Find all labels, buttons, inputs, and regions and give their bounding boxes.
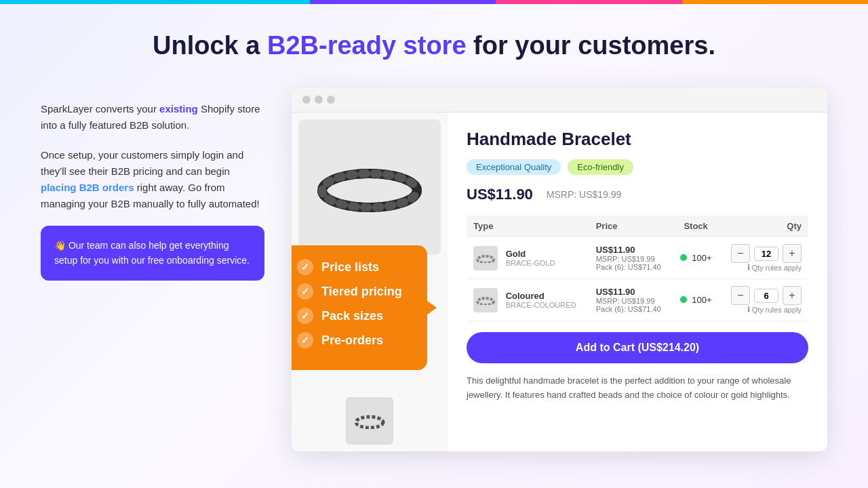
variant-qty-coloured: − + ℹQty rules apply — [719, 279, 808, 321]
col-stock: Stock — [672, 216, 719, 237]
qty-rules-gold: ℹQty rules apply — [726, 263, 802, 272]
features-tooltip: ✓ Price lists ✓ Tiered pricing ✓ Pack si… — [292, 245, 427, 370]
variant-type-gold: Gold BRACE-GOLD — [467, 237, 589, 279]
qty-input-coloured[interactable] — [754, 289, 778, 303]
variant-price-coloured: US$11.90 MSRP: US$19.99 Pack (6): US$71.… — [589, 279, 672, 321]
qty-rules-coloured: ℹQty rules apply — [726, 305, 802, 314]
price-row: US$11.90 MSRP: US$19.99 — [467, 186, 808, 203]
price-value-coloured: US$11.90 — [596, 287, 665, 297]
product-price: US$11.90 — [467, 186, 533, 203]
tooltip-label-4: Pre-orders — [321, 333, 383, 348]
variant-sku-coloured: BRACE-COLOURED — [506, 301, 576, 309]
product-main-image — [298, 119, 441, 255]
browser-body: ✓ Price lists ✓ Tiered pricing ✓ Pack si… — [292, 113, 827, 451]
price-msrp-gold: MSRP: US$19.99 — [596, 255, 665, 263]
gold-bracelet-icon — [476, 253, 495, 263]
qty-plus-gold[interactable]: + — [783, 244, 802, 263]
stock-label-gold: 100+ — [692, 253, 711, 263]
variant-sku-gold: BRACE-GOLD — [506, 259, 555, 267]
tooltip-label-2: Tiered pricing — [321, 285, 402, 299]
thumb-bracelet-svg — [353, 413, 387, 429]
col-qty: Qty — [719, 216, 808, 237]
left-column: SparkLayer converts your existing Shopif… — [41, 87, 264, 281]
qty-plus-coloured[interactable]: + — [783, 286, 802, 305]
intro-paragraph-2: Once setup, your customers simply login … — [41, 147, 264, 212]
price-pack-coloured: Pack (6): US$71.40 — [596, 305, 665, 313]
col-type: Type — [467, 216, 589, 237]
variants-table: Type Price Stock Qty — [467, 216, 808, 321]
svg-point-3 — [356, 417, 383, 428]
product-msrp: MSRP: US$19.99 — [547, 189, 622, 200]
add-to-cart-button[interactable]: Add to Cart (US$214.20) — [467, 332, 808, 363]
tooltip-item-1: ✓ Price lists — [297, 259, 408, 275]
page-headline: Unlock a B2B-ready store for your custom… — [153, 31, 715, 60]
tooltip-item-2: ✓ Tiered pricing — [297, 283, 408, 300]
col-price: Price — [589, 216, 672, 237]
variant-type-coloured: Coloured BRACE-COLOURED — [467, 279, 589, 321]
check-icon-1: ✓ — [297, 259, 313, 275]
top-color-bar — [0, 0, 868, 4]
top-bar-orange — [682, 0, 868, 4]
intro-paragraph-1: SparkLayer converts your existing Shopif… — [41, 101, 264, 134]
variant-image-gold — [473, 246, 498, 270]
price-pack-gold: Pack (6): US$71.40 — [596, 263, 665, 271]
variant-info-gold: Gold BRACE-GOLD — [506, 249, 555, 267]
qty-control-coloured: − + — [726, 286, 802, 305]
check-icon-3: ✓ — [297, 308, 313, 324]
product-thumbnail[interactable] — [346, 397, 393, 445]
browser-dot-1 — [302, 96, 311, 104]
table-header-row: Type Price Stock Qty — [467, 216, 808, 237]
variant-qty-gold: − + ℹQty rules apply — [719, 237, 808, 279]
variant-info-coloured: Coloured BRACE-COLOURED — [506, 291, 576, 309]
browser-dot-2 — [315, 96, 323, 104]
tooltip-label-1: Price lists — [321, 260, 379, 274]
svg-point-5 — [477, 298, 494, 305]
variant-name-gold: Gold — [506, 249, 555, 259]
check-icon-2: ✓ — [297, 283, 313, 300]
qty-minus-gold[interactable]: − — [731, 244, 750, 263]
qty-control-gold: − + — [726, 244, 802, 263]
headline-highlight: B2B-ready store — [267, 31, 467, 60]
stock-dot-coloured — [680, 296, 687, 303]
product-image-area: ✓ Price lists ✓ Tiered pricing ✓ Pack si… — [292, 113, 448, 451]
product-tags: Exceptional Quality Eco-friendly — [467, 159, 808, 175]
variant-name-coloured: Coloured — [506, 291, 576, 301]
promo-box: 👋 Our team can also help get everything … — [41, 226, 264, 281]
tag-eco-friendly: Eco-friendly — [568, 159, 633, 175]
variant-image-coloured — [473, 288, 498, 312]
browser-chrome — [292, 87, 827, 113]
top-bar-purple — [310, 0, 496, 4]
variant-price-gold: US$11.90 MSRP: US$19.99 Pack (6): US$71.… — [589, 237, 672, 279]
tooltip-item-4: ✓ Pre-orders — [297, 332, 408, 348]
stock-label-coloured: 100+ — [692, 295, 711, 305]
headline-suffix: for your customers. — [467, 31, 715, 60]
variant-stock-coloured: 100+ — [672, 279, 719, 321]
headline-prefix: Unlock a — [153, 31, 267, 60]
browser-window: ✓ Price lists ✓ Tiered pricing ✓ Pack si… — [292, 87, 827, 451]
price-msrp-coloured: MSRP: US$19.99 — [596, 297, 665, 305]
tooltip-item-3: ✓ Pack sizes — [297, 308, 408, 324]
coloured-bracelet-icon — [476, 296, 495, 305]
tag-exceptional-quality: Exceptional Quality — [467, 159, 561, 175]
browser-dot-3 — [327, 96, 335, 104]
promo-text: Our team can also help get everything se… — [54, 240, 250, 266]
product-description: This delightful handmade bracelet is the… — [467, 374, 808, 403]
variant-stock-gold: 100+ — [672, 237, 719, 279]
bracelet-svg — [309, 160, 431, 214]
product-detail: Handmade Bracelet Exceptional Quality Ec… — [448, 113, 827, 451]
svg-point-4 — [477, 256, 494, 263]
product-title: Handmade Bracelet — [467, 129, 808, 150]
qty-input-gold[interactable] — [754, 247, 778, 261]
stock-dot-gold — [680, 254, 687, 261]
table-row: Gold BRACE-GOLD US$11.90 MSRP: US$19.99 … — [467, 237, 808, 279]
top-bar-pink — [496, 0, 682, 4]
price-value-gold: US$11.90 — [596, 245, 665, 255]
tooltip-arrow — [427, 301, 437, 314]
qty-minus-coloured[interactable]: − — [731, 286, 750, 305]
promo-emoji: 👋 — [54, 240, 66, 251]
tooltip-label-3: Pack sizes — [321, 309, 383, 323]
table-row: Coloured BRACE-COLOURED US$11.90 MSRP: U… — [467, 279, 808, 321]
top-bar-cyan — [0, 0, 310, 4]
existing-link: existing — [159, 103, 198, 115]
check-icon-4: ✓ — [297, 332, 313, 348]
